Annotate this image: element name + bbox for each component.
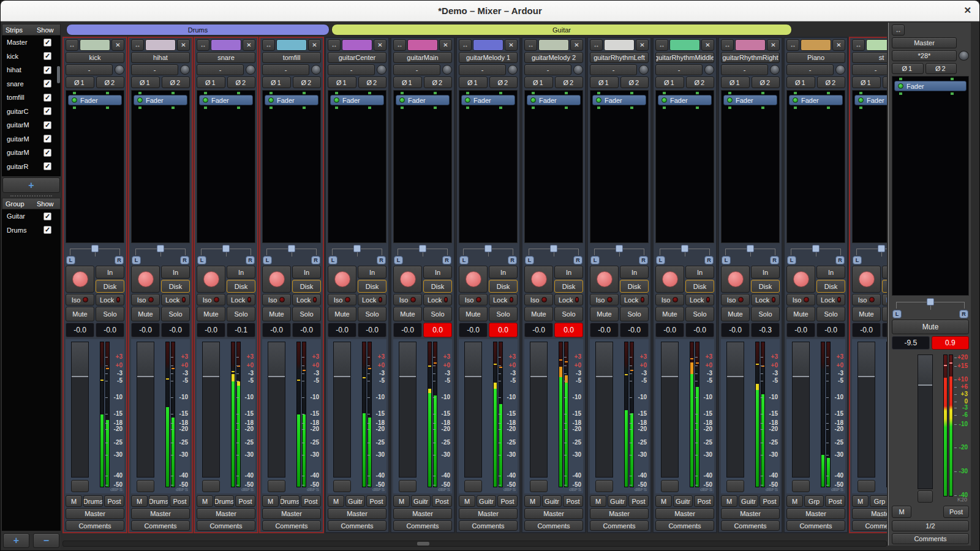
group-list-item-name[interactable]: Drums <box>2 227 43 234</box>
pan-widget[interactable]: L R <box>590 244 649 264</box>
group-list-item-row[interactable]: Guitar✓ <box>2 209 61 223</box>
solo-lock-button[interactable]: Lock <box>882 294 887 305</box>
strip-color-bar[interactable] <box>342 39 372 51</box>
trim-button[interactable]: - <box>786 64 834 75</box>
strip-list-item-visible-checkbox[interactable]: ✓ <box>43 94 51 102</box>
group-list-item-visible-checkbox[interactable]: ✓ <box>43 226 51 234</box>
processor-active-led[interactable] <box>137 97 143 103</box>
strip-list-item-visible-checkbox[interactable]: ✓ <box>43 162 51 170</box>
peak-reset-box[interactable] <box>399 480 417 492</box>
strip-hide-button[interactable]: ✕ <box>570 39 583 51</box>
strip-hide-button[interactable]: ✕ <box>111 39 124 51</box>
processor-box[interactable]: Fader <box>655 90 714 243</box>
pan-right-button[interactable]: R <box>180 256 189 264</box>
pan-handle[interactable] <box>616 245 623 252</box>
pan-widget[interactable]: L R <box>786 244 845 264</box>
trim-button[interactable]: - <box>590 64 637 75</box>
strip-list-item-visible-checkbox[interactable]: ✓ <box>43 149 51 157</box>
pan-handle[interactable] <box>927 298 934 305</box>
comments-button[interactable]: Comments <box>328 520 386 531</box>
phase-2-button[interactable]: Ø2 <box>96 77 125 88</box>
strip-list-item-row[interactable]: hihat✓ <box>2 63 61 77</box>
monitor-disk-button[interactable]: Disk <box>423 280 452 293</box>
phase-1-button[interactable]: Ø1 <box>590 77 619 88</box>
pan-right-button[interactable]: R <box>704 256 714 264</box>
solo-lock-button[interactable]: Lock <box>96 294 124 305</box>
strip-name-button[interactable]: kick <box>66 52 124 63</box>
solo-isolate-button[interactable]: Iso <box>131 294 160 305</box>
metering-button[interactable]: M <box>328 495 344 507</box>
processor-box[interactable]: Fader <box>852 90 887 243</box>
gain-fader[interactable] <box>333 342 351 478</box>
strip-color-bar[interactable] <box>538 39 569 51</box>
pan-widget[interactable]: L R <box>66 244 124 264</box>
strip-name-button[interactable]: guitarMelody 1 <box>459 52 518 63</box>
solo-button[interactable]: Solo <box>292 307 321 321</box>
peak-reset-box[interactable] <box>918 490 933 503</box>
strip-list-item-visible-checkbox[interactable]: ✓ <box>43 66 51 74</box>
trim-button[interactable]: - <box>197 64 244 75</box>
strip-list-item-name[interactable]: guitarR <box>2 163 43 170</box>
strip-color-bar[interactable] <box>473 39 503 51</box>
gain-display[interactable]: -0.0 <box>655 323 684 337</box>
add-strip-button[interactable]: + <box>2 178 60 193</box>
gain-fader[interactable] <box>726 342 744 478</box>
group-list-item-visible-checkbox[interactable]: ✓ <box>43 212 51 220</box>
fader-processor[interactable]: Fader <box>789 95 843 105</box>
metering-button[interactable]: M <box>590 495 606 507</box>
strip-width-button[interactable]: ↔ <box>131 39 144 51</box>
processor-active-led[interactable] <box>596 97 601 103</box>
phase-1-button[interactable]: Ø1 <box>852 77 881 88</box>
comments-button[interactable]: Comments <box>721 520 780 531</box>
solo-isolate-button[interactable]: Iso <box>721 294 750 305</box>
peak-reset-box[interactable] <box>661 480 679 492</box>
pan-right-button[interactable]: R <box>442 256 451 264</box>
metering-button[interactable]: M <box>393 495 410 507</box>
mute-button[interactable]: Mute <box>66 307 94 321</box>
fader-handle[interactable] <box>399 342 416 377</box>
strip-list-item-row[interactable]: guitarM✓ <box>2 118 61 132</box>
peak-display[interactable]: -0.0 <box>161 323 190 337</box>
pan-left-button[interactable]: L <box>853 256 862 264</box>
strip-hide-button[interactable]: ✕ <box>243 39 255 51</box>
pan-right-button[interactable]: R <box>311 256 320 264</box>
group-button[interactable]: Guitr <box>477 495 496 507</box>
phase-1-button[interactable]: Ø1 <box>459 77 488 88</box>
processor-active-led[interactable] <box>727 97 733 103</box>
monitor-disk-button[interactable]: Disk <box>96 280 124 293</box>
monitor-disk-button[interactable]: Disk <box>751 280 780 293</box>
pan-widget[interactable]: L R <box>892 298 969 318</box>
strip-list-item-visible-checkbox[interactable]: ✓ <box>43 121 51 129</box>
pan-left-button[interactable]: L <box>892 310 902 318</box>
strip-name-button[interactable]: guitarMain <box>393 52 452 63</box>
trim-knob[interactable] <box>573 65 583 75</box>
strip-list-item-row[interactable]: tomfill✓ <box>2 91 61 105</box>
record-enable-button[interactable] <box>655 266 684 293</box>
mute-button[interactable]: Mute <box>459 307 488 321</box>
peak-display[interactable]: -0.0 <box>685 323 714 337</box>
record-enable-button[interactable] <box>131 266 160 293</box>
fader-handle[interactable] <box>662 342 678 377</box>
monitor-input-button[interactable]: In <box>358 266 386 279</box>
processor-box[interactable]: Fader <box>459 90 518 243</box>
trim-knob[interactable] <box>115 65 124 75</box>
strip-list-item-row[interactable]: guitarC✓ <box>2 105 61 119</box>
output-button[interactable]: Master <box>197 508 255 519</box>
output-button[interactable]: Master <box>131 508 190 519</box>
trim-button[interactable]: - <box>262 64 309 75</box>
comments-button[interactable]: Comments <box>852 520 887 531</box>
solo-button[interactable]: Solo <box>358 307 386 321</box>
pan-left-button[interactable]: L <box>394 256 403 264</box>
fader-handle[interactable] <box>137 342 154 377</box>
pan-widget[interactable]: L R <box>328 244 386 264</box>
trim-button[interactable]: - <box>524 64 571 75</box>
strip-width-button[interactable]: ↔ <box>328 39 341 51</box>
record-enable-button[interactable] <box>524 266 553 293</box>
comments-button[interactable]: Comments <box>197 520 255 531</box>
strip-width-button[interactable]: ↔ <box>459 39 472 51</box>
strip-width-button[interactable]: ↔ <box>66 39 78 51</box>
gain-fader[interactable] <box>202 342 220 478</box>
meter-point-button[interactable]: Post <box>563 495 583 507</box>
pan-left-button[interactable]: L <box>328 256 337 264</box>
fader-handle[interactable] <box>203 342 219 377</box>
